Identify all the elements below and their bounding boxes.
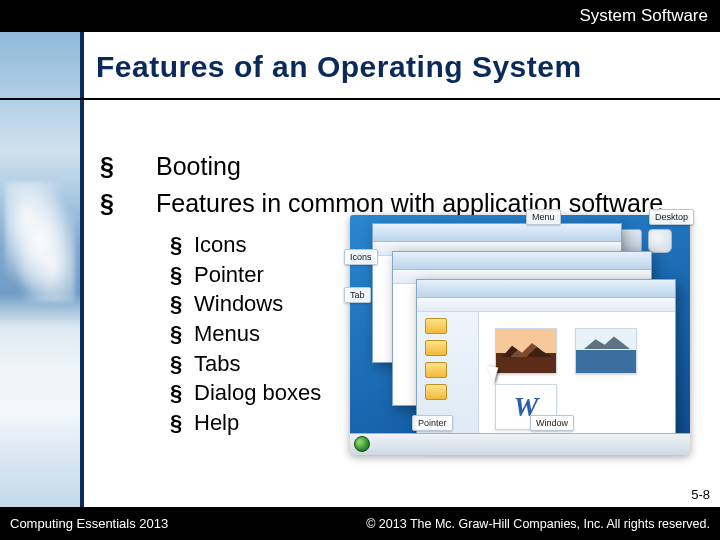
callout-menu: Menu xyxy=(526,209,561,225)
window-titlebar xyxy=(373,224,621,242)
recycle-bin-icon xyxy=(648,229,672,253)
window-toolbar xyxy=(417,298,675,312)
sky-photo-strip xyxy=(0,32,80,507)
heading-underline xyxy=(0,98,720,100)
window-titlebar xyxy=(393,252,651,270)
callout-window: Window xyxy=(530,415,574,431)
folder-icon xyxy=(425,318,447,334)
vertical-divider xyxy=(80,32,84,507)
folder-icon xyxy=(425,340,447,356)
callout-pointer: Pointer xyxy=(412,415,453,431)
start-button-icon xyxy=(354,436,370,452)
window-titlebar xyxy=(417,280,675,298)
callout-desktop: Desktop xyxy=(649,209,694,225)
footer-right: © 2013 The Mc. Graw-Hill Companies, Inc.… xyxy=(366,517,710,531)
bullet-main-0: Booting xyxy=(128,150,688,183)
photo-thumbnail-mountain xyxy=(495,328,557,374)
footer-bar: Computing Essentials 2013 © 2013 The Mc.… xyxy=(0,507,720,540)
bullet-list-main: Booting Features in common with applicat… xyxy=(128,150,688,220)
desktop-background: W Menu Desktop Icons Tab Pointer Window xyxy=(350,215,690,455)
slide-heading: Features of an Operating System xyxy=(96,50,582,84)
footer-left: Computing Essentials 2013 xyxy=(10,516,168,531)
photo-thumbnail-lake xyxy=(575,328,637,374)
folder-icon xyxy=(425,384,447,400)
callout-icons: Icons xyxy=(344,249,378,265)
os-desktop-illustration: W Menu Desktop Icons Tab Pointer Window xyxy=(350,215,690,455)
chapter-title: System Software xyxy=(580,6,709,26)
top-band: System Software xyxy=(0,0,720,32)
taskbar xyxy=(350,433,690,455)
slide: System Software Features of an Operating… xyxy=(0,0,720,540)
callout-tab: Tab xyxy=(344,287,371,303)
page-number: 5-8 xyxy=(691,487,710,502)
folder-icon xyxy=(425,362,447,378)
